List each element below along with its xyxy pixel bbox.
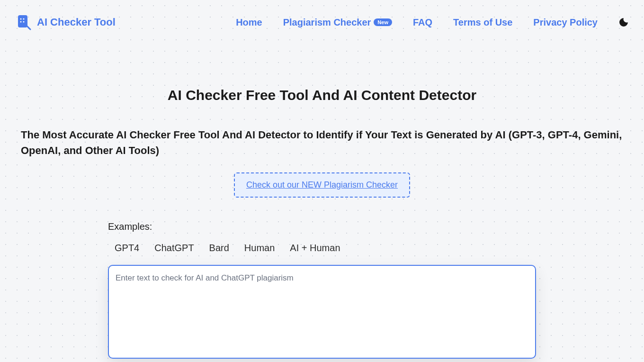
nav-home[interactable]: Home xyxy=(236,17,262,28)
tool-section: Examples: GPT4 ChatGPT Bard Human AI + H… xyxy=(108,221,536,362)
promo-banner[interactable]: Check out our NEW Plagiarism Checker xyxy=(234,172,410,198)
svg-point-2 xyxy=(23,18,25,20)
theme-toggle[interactable] xyxy=(618,17,629,27)
example-tabs: GPT4 ChatGPT Bard Human AI + Human xyxy=(108,241,536,255)
svg-point-3 xyxy=(20,21,22,23)
tab-ai-human[interactable]: AI + Human xyxy=(290,241,340,255)
nav-faq[interactable]: FAQ xyxy=(413,17,432,28)
svg-point-1 xyxy=(20,18,22,20)
logo-text: AI Checker Tool xyxy=(37,16,116,28)
logo-section[interactable]: AI Checker Tool xyxy=(15,13,116,31)
nav-plagiarism-checker[interactable]: Plagiarism Checker New xyxy=(283,17,392,28)
tab-human[interactable]: Human xyxy=(244,241,275,255)
text-input[interactable] xyxy=(108,265,536,359)
nav-plagiarism-label: Plagiarism Checker xyxy=(283,17,371,28)
nav-terms[interactable]: Terms of Use xyxy=(453,17,512,28)
new-badge: New xyxy=(374,18,392,26)
main-nav: Home Plagiarism Checker New FAQ Terms of… xyxy=(236,17,629,28)
tab-chatgpt[interactable]: ChatGPT xyxy=(154,241,194,255)
svg-point-4 xyxy=(23,21,25,23)
page-subtitle: The Most Accurate AI Checker Free Tool A… xyxy=(21,127,623,158)
page-title: AI Checker Free Tool And AI Content Dete… xyxy=(21,87,623,103)
nav-privacy[interactable]: Privacy Policy xyxy=(533,17,598,28)
logo-icon xyxy=(15,13,33,31)
examples-label: Examples: xyxy=(108,221,536,232)
moon-icon xyxy=(618,17,629,27)
main-content: AI Checker Free Tool And AI Content Dete… xyxy=(0,45,644,362)
header: AI Checker Tool Home Plagiarism Checker … xyxy=(0,0,644,45)
tab-bard[interactable]: Bard xyxy=(209,241,229,255)
tab-gpt4[interactable]: GPT4 xyxy=(115,241,139,255)
